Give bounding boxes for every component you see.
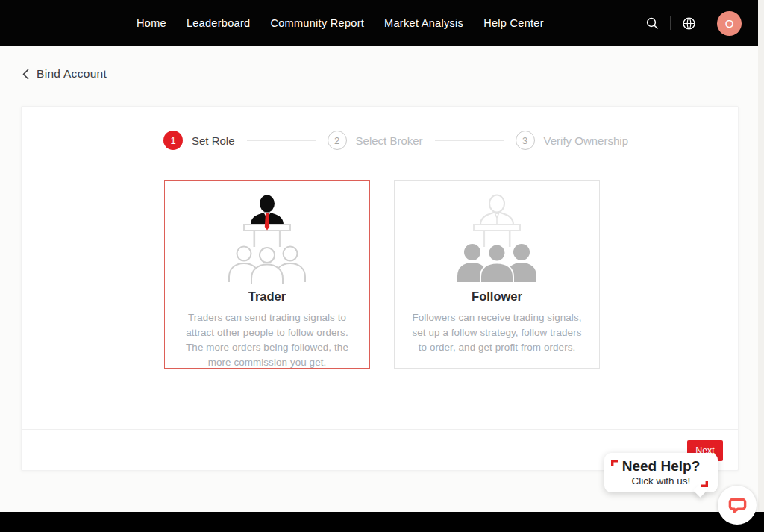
page-footer-bar (0, 512, 764, 532)
nav-divider (707, 16, 707, 30)
globe-language-icon[interactable] (680, 15, 697, 31)
nav-divider (670, 16, 671, 30)
step-select-broker: 2 Select Broker (328, 131, 423, 150)
chat-bubble-icon (727, 495, 748, 516)
trader-podium-icon (165, 188, 369, 288)
step-label: Set Role (192, 134, 235, 147)
nav-item-leaderboard[interactable]: Leaderboard (187, 17, 251, 29)
step-connector (435, 140, 504, 141)
step-label: Select Broker (356, 134, 423, 147)
bind-account-card: 1 Set Role 2 Select Broker 3 Verify Owne… (21, 106, 739, 471)
role-title-trader: Trader (165, 290, 369, 304)
page-title: Bind Account (37, 67, 107, 81)
nav-item-help-center[interactable]: Help Center (483, 17, 544, 29)
role-card-trader[interactable]: Trader Traders can send trading signals … (164, 180, 370, 369)
nav-links: Home Leaderboard Community Report Market… (137, 17, 544, 29)
role-description-follower: Followers can receive trading signals, s… (407, 310, 587, 355)
help-title: Need Help? (622, 459, 701, 475)
step-set-role: 1 Set Role (163, 131, 235, 150)
help-subtitle: Click with us! (632, 475, 691, 486)
red-corner-mark-icon (611, 460, 618, 466)
role-title-follower: Follower (395, 290, 599, 304)
step-number-badge: 3 (516, 131, 535, 150)
need-help-tooltip[interactable]: Need Help? Click with us! (604, 453, 718, 492)
search-icon[interactable] (644, 15, 660, 31)
back-link[interactable]: Bind Account (22, 67, 107, 81)
red-corner-mark-icon (701, 481, 708, 487)
step-number-badge: 2 (328, 131, 347, 150)
nav-right-controls: O (644, 0, 742, 46)
avatar[interactable]: O (717, 11, 742, 36)
step-number-badge: 1 (163, 131, 183, 150)
nav-item-community-report[interactable]: Community Report (270, 17, 364, 29)
role-card-follower[interactable]: Follower Followers can receive trading s… (394, 180, 600, 369)
nav-item-home[interactable]: Home (137, 17, 166, 29)
scrollbar-track[interactable] (758, 0, 764, 512)
step-connector (247, 140, 316, 141)
follower-audience-icon (395, 188, 599, 288)
livechat-button[interactable] (718, 486, 757, 525)
chevron-left-icon (22, 69, 29, 80)
step-label: Verify Ownership (544, 134, 628, 147)
step-verify-ownership: 3 Verify Ownership (516, 131, 628, 150)
nav-item-market-analysis[interactable]: Market Analysis (384, 17, 463, 29)
bind-account-page: Home Leaderboard Community Report Market… (0, 0, 764, 532)
stepper: 1 Set Role 2 Select Broker 3 Verify Owne… (163, 131, 628, 150)
role-description-trader: Traders can send trading signals to attr… (177, 310, 357, 370)
top-navigation-bar: Home Leaderboard Community Report Market… (0, 0, 758, 46)
